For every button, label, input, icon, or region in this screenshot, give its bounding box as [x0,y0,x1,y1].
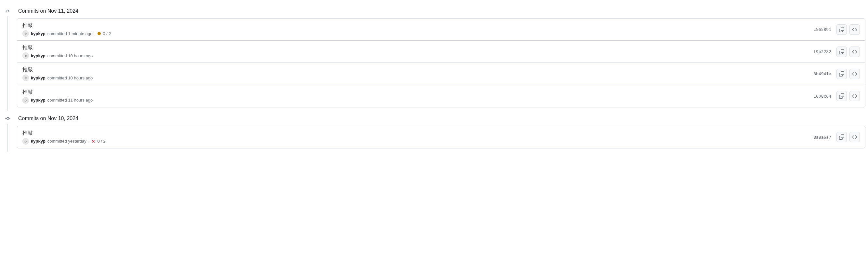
status-fail-icon[interactable] [91,139,95,143]
code-icon [852,93,857,99]
commit-row: 推敲@kypkypcommitted 1 minute ago·0 / 2c56… [17,19,865,41]
avatar[interactable]: @ [23,75,29,81]
copy-icon [839,134,844,140]
commit-sha[interactable]: c565891 [811,26,834,33]
copy-icon [839,71,844,77]
commit-row: 推敲@kypkypcommitted 10 hours ago8b4941a [17,63,865,85]
svg-text:@: @ [24,140,27,143]
code-icon [852,71,857,77]
avatar[interactable]: @ [23,138,29,144]
copy-icon [839,49,844,54]
copy-sha-button[interactable] [836,91,847,101]
copy-sha-button[interactable] [836,47,847,57]
copy-sha-button[interactable] [836,132,847,142]
commit-title[interactable]: 推敲 [23,130,811,137]
commit-time: committed 11 hours ago [48,98,93,103]
commit-sha[interactable]: 1608c64 [811,92,834,100]
commit-title[interactable]: 推敲 [23,66,811,73]
commit-row: 推敲@kypkypcommitted yesterday·0 / 28a8a6a… [17,126,865,148]
commit-time: committed 10 hours ago [48,76,93,80]
commit-date-header: Commits on Nov 10, 2024 [3,113,865,124]
separator: · [88,139,90,144]
separator: · [95,31,96,36]
commit-date-label: Commits on Nov 10, 2024 [18,116,79,121]
commit-title[interactable]: 推敲 [23,89,811,96]
svg-text:@: @ [24,32,27,35]
browse-repo-button[interactable] [849,69,860,79]
browse-repo-button[interactable] [849,91,860,101]
commit-author[interactable]: kypkyp [31,53,45,58]
commit-date-header: Commits on Nov 11, 2024 [3,5,865,17]
svg-text:@: @ [24,54,27,57]
avatar[interactable]: @ [23,52,29,59]
copy-icon [839,27,844,32]
svg-text:@: @ [24,77,27,79]
commit-icon [3,8,13,14]
code-icon [852,134,857,140]
commit-author[interactable]: kypkyp [31,76,45,80]
commit-author[interactable]: kypkyp [31,31,45,36]
checks-count[interactable]: 0 / 2 [103,31,111,36]
code-icon [852,27,857,32]
code-icon [852,49,857,54]
status-pending-icon[interactable] [97,32,101,35]
copy-sha-button[interactable] [836,69,847,79]
commit-row: 推敲@kypkypcommitted 10 hours agof9b2282 [17,41,865,63]
copy-icon [839,93,844,99]
commit-title[interactable]: 推敲 [23,44,811,51]
avatar[interactable]: @ [23,97,29,104]
commit-time: committed 10 hours ago [48,53,93,58]
commit-sha[interactable]: f9b2282 [811,48,834,55]
browse-repo-button[interactable] [849,24,860,35]
avatar[interactable]: @ [23,30,29,37]
commit-time: committed yesterday [48,139,87,144]
commit-author[interactable]: kypkyp [31,98,45,103]
commit-author[interactable]: kypkyp [31,139,45,144]
commit-time: committed 1 minute ago [48,31,93,36]
browse-repo-button[interactable] [849,47,860,57]
commit-sha[interactable]: 8a8a6a7 [811,134,834,141]
svg-text:@: @ [24,99,27,102]
browse-repo-button[interactable] [849,132,860,142]
commit-title[interactable]: 推敲 [23,22,811,29]
commit-sha[interactable]: 8b4941a [811,70,834,78]
copy-sha-button[interactable] [836,24,847,35]
commit-row: 推敲@kypkypcommitted 11 hours ago1608c64 [17,85,865,107]
checks-count[interactable]: 0 / 2 [97,139,105,144]
commit-icon [3,115,13,122]
commit-date-label: Commits on Nov 11, 2024 [18,8,79,14]
